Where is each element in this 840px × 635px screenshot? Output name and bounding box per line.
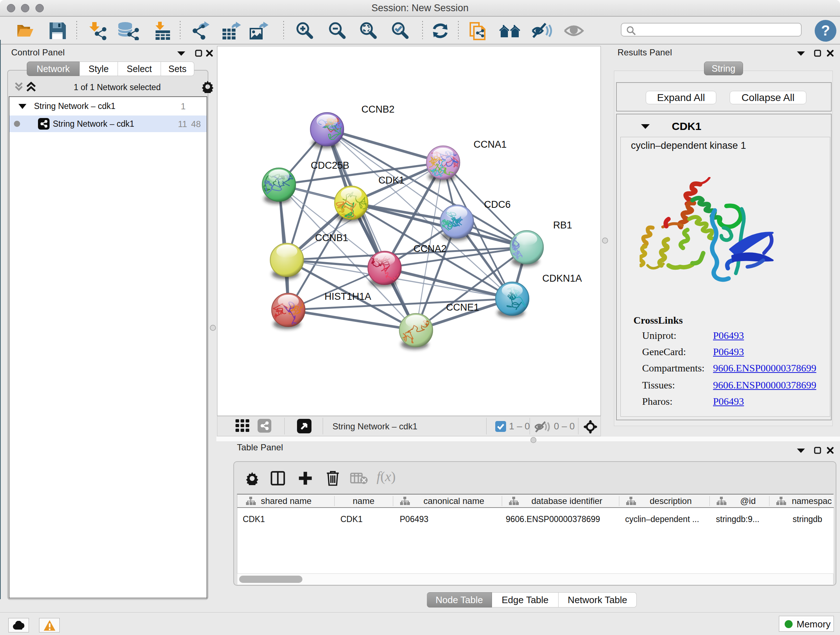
- svg-text:CDC25B: CDC25B: [311, 160, 349, 171]
- svg-text:CCNB2: CCNB2: [362, 104, 395, 115]
- svg-text:CCNA1: CCNA1: [474, 139, 507, 150]
- svg-text:HIST1H1A: HIST1H1A: [325, 291, 371, 302]
- svg-text:RB1: RB1: [553, 220, 572, 231]
- svg-text:?: ?: [821, 22, 830, 38]
- svg-text:CDK1: CDK1: [378, 175, 404, 186]
- svg-text:CCNA2: CCNA2: [414, 243, 447, 254]
- svg-text:CCNE1: CCNE1: [446, 302, 479, 313]
- svg-text:CCNB1: CCNB1: [315, 233, 348, 243]
- svg-text:CDKN1A: CDKN1A: [542, 273, 582, 284]
- svg-text:CDC6: CDC6: [484, 199, 511, 210]
